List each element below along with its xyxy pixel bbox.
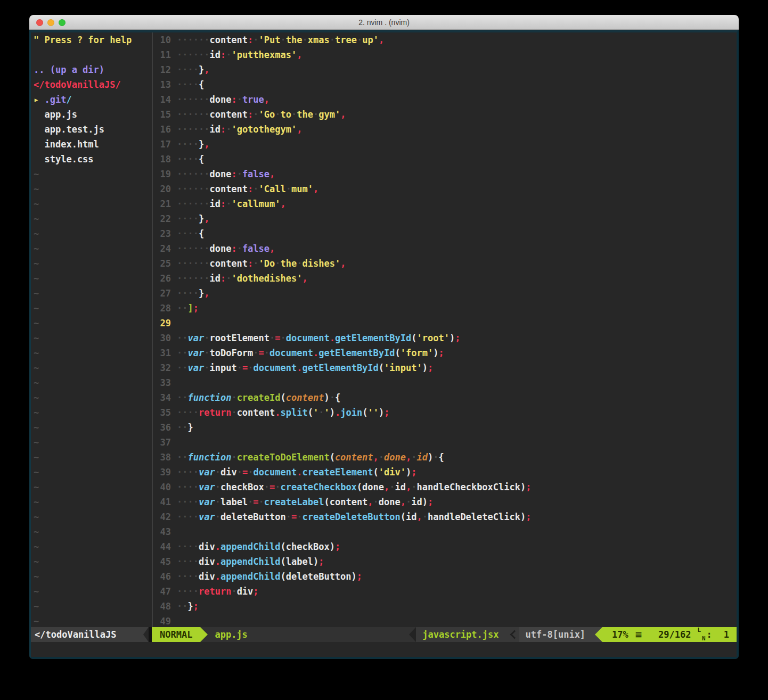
encoding-label: utf-8[unix]: [519, 627, 595, 642]
position-segment: 17% ≡ 29/162 LN : 1: [602, 627, 737, 642]
code-line-18[interactable]: 18····{: [157, 152, 737, 167]
code-line-46[interactable]: 46····div.appendChild(deleteButton);: [157, 569, 737, 584]
empty-line-tilde: ~: [34, 286, 152, 301]
code-line-32[interactable]: 32··var·input·=·document.getElementById(…: [157, 360, 737, 375]
code-line-27[interactable]: 27····},: [157, 286, 737, 301]
line-number-icon: LN: [698, 629, 706, 640]
line-number: 38: [157, 450, 171, 465]
code-line-21[interactable]: 21······id:·'callmum',: [157, 196, 737, 211]
titlebar: 2. nvim . (nvim): [29, 15, 739, 30]
line-number: 21: [157, 196, 171, 211]
empty-line-tilde: ~: [34, 241, 152, 256]
code-line-20[interactable]: 20······content:·'Call·mum',: [157, 182, 737, 196]
powerline-notch-icon: [143, 627, 149, 642]
nerdtree-path: </todoVanillaJS: [35, 629, 117, 640]
code-line-16[interactable]: 16······id:·'gotothegym',: [157, 122, 737, 137]
editor-buffer[interactable]: 10······content:·'Put·the·xmas·tree·up',…: [153, 32, 737, 627]
code-line-23[interactable]: 23····{: [157, 226, 737, 241]
code-line-41[interactable]: 41····var·label·=·createLabel(content,·d…: [157, 495, 737, 509]
empty-line-tilde: ~: [34, 167, 152, 182]
powerline-arrow-left-icon: [409, 627, 416, 642]
nerdtree-sidebar[interactable]: " Press ? for help.. (up a dir)</todoVan…: [31, 32, 152, 627]
powerline-arrow-right-icon: [200, 627, 208, 642]
line-number: 37: [157, 435, 171, 450]
line-number: 30: [157, 331, 171, 345]
line-number: 20: [157, 182, 171, 196]
code-line-37[interactable]: 37: [157, 435, 737, 450]
tree-item-app-js[interactable]: app.js: [34, 107, 152, 122]
mode-indicator: NORMAL: [152, 627, 200, 642]
tree-item-up-dir[interactable]: .. (up a dir): [34, 62, 152, 77]
code-line-38[interactable]: 38··function·createToDoElement(content,·…: [157, 450, 737, 465]
code-line-30[interactable]: 30··var·rootElement·=·document.getElemen…: [157, 331, 737, 345]
code-line-36[interactable]: 36··}: [157, 420, 737, 435]
code-line-12[interactable]: 12····},: [157, 62, 737, 77]
window-title: 2. nvim . (nvim): [29, 15, 739, 30]
line-number: 28: [157, 301, 171, 316]
tree-item-index-html[interactable]: index.html: [34, 137, 152, 152]
code-line-47[interactable]: 47····return·div;: [157, 584, 737, 599]
empty-line-tilde: ~: [34, 509, 152, 524]
line-number: 18: [157, 152, 171, 167]
empty-line-tilde: ~: [34, 316, 152, 331]
code-line-17[interactable]: 17····},: [157, 137, 737, 152]
line-number: 40: [157, 480, 171, 495]
code-line-28[interactable]: 28··];: [157, 301, 737, 316]
empty-line-tilde: ~: [34, 360, 152, 375]
empty-line-tilde: ~: [34, 599, 152, 614]
empty-line-tilde: ~: [34, 226, 152, 241]
code-line-11[interactable]: 11······id:·'putthexmas',: [157, 47, 737, 62]
code-line-42[interactable]: 42····var·deleteButton·=·createDeleteBut…: [157, 509, 737, 524]
tree-item-style-css[interactable]: style.css: [34, 152, 152, 167]
line-number: 31: [157, 345, 171, 360]
code-line-19[interactable]: 19······done:·false,: [157, 167, 737, 182]
code-line-49[interactable]: 49: [157, 614, 737, 627]
empty-line-tilde: ~: [34, 554, 152, 569]
line-number: 27: [157, 286, 171, 301]
code-line-31[interactable]: 31··var·toDoForm·=·document.getElementBy…: [157, 345, 737, 360]
terminal-content: " Press ? for help.. (up a dir)</todoVan…: [29, 30, 739, 659]
empty-line-tilde: ~: [34, 569, 152, 584]
scroll-percent: 17%: [612, 627, 628, 642]
code-line-40[interactable]: 40····var·checkBox·=·createCheckbox(done…: [157, 480, 737, 495]
line-number: 32: [157, 360, 171, 375]
code-line-48[interactable]: 48··};: [157, 599, 737, 614]
empty-line-tilde: ~: [34, 182, 152, 196]
line-number: 10: [157, 32, 171, 47]
code-line-26[interactable]: 26······id:·'dothedishes',: [157, 271, 737, 286]
code-line-25[interactable]: 25······content:·'Do·the·dishes',: [157, 256, 737, 271]
line-number: 23: [157, 226, 171, 241]
line-number: 36: [157, 420, 171, 435]
line-number: 46: [157, 569, 171, 584]
code-line-10[interactable]: 10······content:·'Put·the·xmas·tree·up',: [157, 32, 737, 47]
code-line-24[interactable]: 24······done:·false,: [157, 241, 737, 256]
code-line-43[interactable]: 43: [157, 524, 737, 539]
code-line-45[interactable]: 45····div.appendChild(label);: [157, 554, 737, 569]
line-number: 15: [157, 107, 171, 122]
line-position: 29/162: [658, 627, 691, 642]
empty-line-tilde: ~: [34, 465, 152, 480]
line-number: 41: [157, 495, 171, 509]
code-line-22[interactable]: 22····},: [157, 211, 737, 226]
powerline-arrow-left-icon: [595, 627, 602, 642]
code-line-15[interactable]: 15······content:·'Go·to·the·gym',: [157, 107, 737, 122]
empty-line-tilde: ~: [34, 211, 152, 226]
tree-item-git-dir[interactable]: ▸ .git/: [34, 92, 152, 107]
statusline: </todoVanillaJS NORMAL app.js javascript…: [31, 627, 737, 642]
code-line-14[interactable]: 14······done:·true,: [157, 92, 737, 107]
code-line-39[interactable]: 39····var·div·=·document.createElement('…: [157, 465, 737, 480]
empty-line-tilde: ~: [34, 301, 152, 316]
empty-line-tilde: ~: [34, 271, 152, 286]
code-line-33[interactable]: 33: [157, 375, 737, 390]
tree-root-path[interactable]: </todoVanillaJS/: [34, 77, 152, 92]
line-number: 14: [157, 92, 171, 107]
empty-line-tilde: ~: [34, 331, 152, 345]
code-line-35[interactable]: 35····return·content.split('·').join('')…: [157, 405, 737, 420]
code-line-34[interactable]: 34··function·createId(content)·{: [157, 390, 737, 405]
command-line[interactable]: [31, 642, 737, 657]
code-line-29[interactable]: 29: [157, 316, 737, 331]
line-number: 24: [157, 241, 171, 256]
tree-item-app-test-js[interactable]: app.test.js: [34, 122, 152, 137]
code-line-44[interactable]: 44····div.appendChild(checkBox);: [157, 539, 737, 554]
code-line-13[interactable]: 13····{: [157, 77, 737, 92]
